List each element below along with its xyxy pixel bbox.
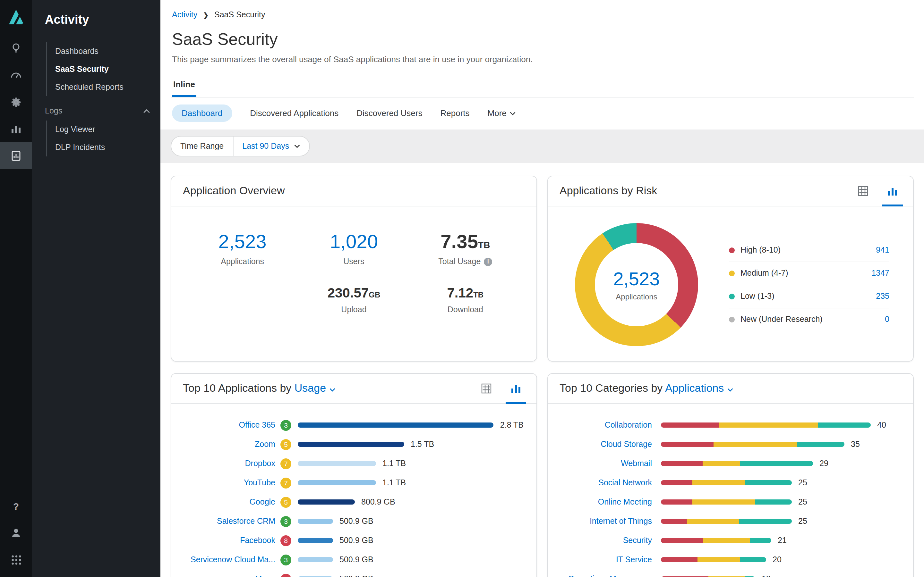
category-bar-segment (818, 422, 871, 428)
user-profile-button[interactable] (0, 519, 32, 546)
brand-logo[interactable] (0, 0, 32, 35)
category-bar-segment (692, 480, 745, 485)
breadcrumb-activity-link[interactable]: Activity (172, 10, 197, 19)
app-usage-bar (298, 461, 376, 466)
category-name-link[interactable]: Online Meeting (557, 498, 652, 506)
tab-inline[interactable]: Inline (172, 77, 196, 97)
risk-score-badge: 8 (280, 535, 291, 546)
category-bar-segment (661, 480, 692, 485)
app-name-link[interactable]: Office 365 (180, 421, 275, 430)
tab-dashboard[interactable]: Dashboard (172, 105, 232, 122)
category-count-value: 21 (778, 536, 787, 545)
stat-users-label: Users (298, 257, 409, 266)
sidebar-item-scheduled-reports[interactable]: Scheduled Reports (47, 78, 153, 96)
app-bar-zone: 2.8 TB (298, 421, 523, 430)
stat-users-value[interactable]: 1,020 (298, 231, 409, 253)
dashboard-nav-button[interactable] (0, 61, 32, 89)
legend-dot-icon (729, 316, 735, 322)
sidebar-item-log-viewer[interactable]: Log Viewer (47, 121, 153, 139)
category-bar-segment (713, 442, 797, 447)
apps-grid-icon (11, 554, 21, 565)
category-count-value: 25 (798, 498, 807, 506)
legend-row-low-1-3: Low (1-3)235 (729, 285, 889, 308)
category-name-link[interactable]: Cloud Storage (557, 440, 652, 449)
category-stacked-bar (661, 519, 792, 524)
app-name-link[interactable]: Servicenow Cloud Ma... (180, 555, 275, 564)
settings-nav-button[interactable] (0, 89, 32, 115)
app-name-link[interactable]: Dropbox (180, 459, 275, 468)
legend-value-link[interactable]: 1347 (871, 269, 889, 277)
app-row-office-365: Office 36532.8 TB (180, 416, 523, 435)
tab-discovered-applications[interactable]: Discovered Applications (250, 108, 338, 118)
top-applications-metric-dropdown[interactable]: Usage (294, 382, 336, 394)
category-row-webmail: Webmail29 (557, 454, 900, 473)
category-name-link[interactable]: IT Service (557, 555, 652, 564)
tab-reports[interactable]: Reports (440, 108, 469, 118)
legend-label: Low (1-3) (740, 292, 774, 301)
table-view-button[interactable] (854, 176, 872, 206)
chevron-right-icon: ❯ (203, 11, 208, 18)
stat-applications-value[interactable]: 2,523 (187, 231, 298, 253)
top-apps-view-toggle (477, 374, 525, 403)
time-range-control: Time Range Last 90 Days (171, 136, 310, 156)
app-usage-bar (298, 442, 404, 447)
category-row-collaboration: Collaboration40 (557, 416, 900, 435)
app-usage-bar (298, 557, 333, 562)
tab-more[interactable]: More (488, 108, 516, 118)
app-bar-zone: 500.9 GB (298, 517, 523, 526)
stat-applications: 2,523 Applications (187, 231, 298, 266)
app-usage-value: 1.1 TB (383, 459, 406, 468)
app-name-link[interactable]: Salesforce CRM (180, 517, 275, 526)
top-categories-metric-dropdown[interactable]: Applications (665, 382, 733, 394)
sidebar-item-dlp-incidents[interactable]: DLP Incidents (47, 139, 153, 156)
sidebar-item-dashboards[interactable]: Dashboards (47, 42, 153, 60)
time-range-dropdown[interactable]: Last 90 Days (233, 137, 309, 156)
chart-view-button[interactable] (507, 374, 525, 403)
legend-value-link[interactable]: 941 (876, 245, 889, 255)
app-usage-value: 1.5 TB (411, 440, 434, 449)
chart-view-button[interactable] (884, 176, 901, 206)
help-button[interactable]: ? (0, 492, 32, 519)
dashboard-card-grid: Application Overview 2,523 Applications … (171, 163, 914, 577)
app-switcher-button[interactable] (0, 546, 32, 573)
app-name-link[interactable]: YouTube (180, 478, 275, 487)
app-name-link[interactable]: Mega (180, 574, 275, 577)
user-icon (10, 527, 22, 538)
lightbulb-icon (10, 42, 22, 54)
reports-nav-button[interactable] (0, 142, 32, 169)
tab-discovered-users[interactable]: Discovered Users (357, 108, 422, 118)
app-name-link[interactable]: Facebook (180, 536, 275, 545)
top-categories-header: Top 10 Categories by Applications (548, 374, 913, 404)
category-name-link[interactable]: Social Network (557, 478, 652, 487)
sidebar-group-logs[interactable]: Logs (45, 106, 152, 115)
app-bar-zone: 500.9 GB (298, 574, 523, 577)
sidebar-item-saas-security[interactable]: SaaS Security (47, 60, 153, 78)
info-icon[interactable]: i (484, 258, 492, 266)
analytics-nav-button[interactable] (0, 115, 32, 142)
risk-score-badge: 3 (280, 554, 291, 565)
category-name-link[interactable]: Internet of Things (557, 517, 652, 526)
legend-value-link[interactable]: 235 (876, 292, 889, 301)
category-name-link[interactable]: Security (557, 536, 652, 545)
category-count-value: 29 (819, 459, 829, 468)
category-name-link[interactable]: Collaboration (557, 421, 652, 430)
app-name-link[interactable]: Google (180, 498, 275, 506)
category-bar-segment (703, 538, 750, 543)
category-name-link[interactable]: Webmail (557, 459, 652, 468)
table-view-button[interactable] (477, 374, 495, 403)
applications-by-risk-header: Applications by Risk (548, 176, 913, 206)
category-name-link[interactable]: Operations Managem... (557, 574, 652, 577)
legend-row-high-8-10: High (8-10)941 (729, 239, 889, 262)
app-name-link[interactable]: Zoom (180, 440, 275, 449)
category-count-value: 25 (798, 517, 807, 526)
time-range-label-button[interactable]: Time Range (171, 137, 233, 156)
app-usage-value: 500.9 GB (339, 536, 373, 545)
risk-score-badge: 5 (280, 439, 291, 450)
legend-value-link[interactable]: 0 (885, 315, 889, 324)
risk-total-value[interactable]: 2,523 (613, 268, 660, 290)
main-content: Activity ❯ SaaS Security SaaS Security T… (160, 0, 924, 577)
ideas-nav-button[interactable] (0, 35, 32, 61)
app-usage-value: 500.9 GB (339, 574, 373, 577)
app-row-dropbox: Dropbox71.1 TB (180, 454, 523, 473)
category-stacked-bar (661, 422, 871, 428)
